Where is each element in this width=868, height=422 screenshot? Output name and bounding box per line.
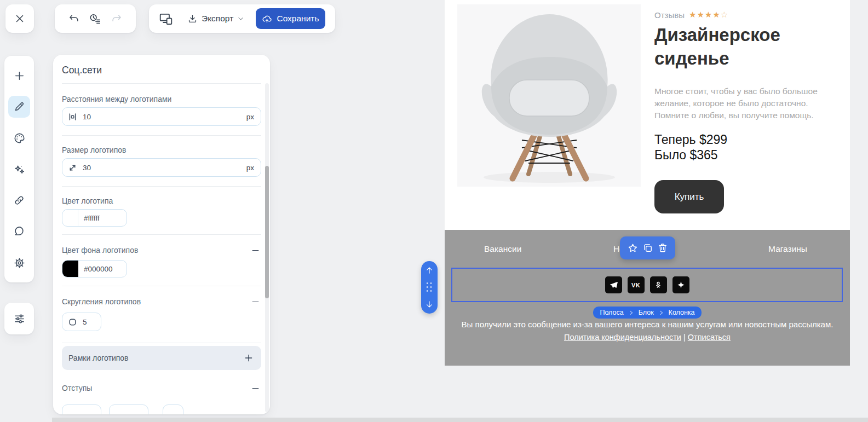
- ai-tool-button[interactable]: [8, 158, 30, 180]
- logo-color-value: #ffffff: [84, 214, 100, 222]
- frames-section-row[interactable]: Рамки логотипов: [62, 346, 261, 370]
- move-down-icon[interactable]: [425, 300, 434, 309]
- star-empty: ☆: [721, 10, 728, 19]
- pencil-icon: [13, 101, 25, 113]
- social-vk-button[interactable]: VK: [628, 276, 645, 293]
- margin-input[interactable]: [163, 404, 183, 414]
- divider: [62, 135, 261, 136]
- selected-social-block[interactable]: VK: [451, 268, 843, 302]
- frames-expand-button[interactable]: [243, 352, 255, 364]
- redo-icon: [111, 13, 123, 25]
- product-image[interactable]: [457, 4, 641, 187]
- undo-button[interactable]: [68, 13, 80, 25]
- margin-input[interactable]: [62, 404, 101, 414]
- links-tool-button[interactable]: [8, 189, 30, 211]
- export-label: Экспорт: [202, 14, 233, 24]
- social-sparkle-button[interactable]: [672, 276, 689, 293]
- social-ok-button[interactable]: [650, 276, 667, 293]
- logo-color-swatch[interactable]: [62, 210, 78, 226]
- product-title[interactable]: Дизайнерское сиденье: [654, 23, 835, 70]
- logo-color-input[interactable]: #ffffff: [62, 209, 127, 227]
- layers-settings-button[interactable]: [8, 308, 30, 329]
- size-value: 30: [83, 164, 91, 172]
- telegram-icon: [609, 280, 618, 290]
- bg-color-collapse-button[interactable]: [249, 244, 261, 256]
- sliders-icon: [13, 313, 26, 325]
- breadcrumb-stripe[interactable]: Полоса: [594, 309, 629, 316]
- buy-button[interactable]: Купить: [654, 180, 724, 213]
- favorite-block-button[interactable]: [627, 242, 639, 254]
- export-button[interactable]: Экспорт: [187, 14, 244, 24]
- links-separator: |: [683, 333, 686, 342]
- email-footer-section: Вакансии Новости Магазины VK: [445, 230, 850, 366]
- radius-collapse-button[interactable]: [249, 296, 261, 308]
- price-was[interactable]: Было $365: [654, 148, 718, 163]
- stars-filled: ★★★★: [689, 10, 721, 19]
- redo-button[interactable]: [111, 13, 123, 25]
- move-up-icon[interactable]: [425, 266, 434, 275]
- footer-links: Политика конфиденциальности | Отписаться: [445, 333, 850, 342]
- devices-icon: [159, 11, 173, 26]
- star-rating: ★★★★☆: [689, 10, 728, 20]
- privacy-policy-link[interactable]: Политика конфиденциальности: [564, 333, 681, 342]
- bg-color-swatch[interactable]: [62, 261, 78, 277]
- gear-icon: [13, 257, 26, 269]
- radius-input[interactable]: 5: [62, 313, 101, 331]
- section-drag-handle[interactable]: [421, 261, 438, 314]
- drag-dots-icon[interactable]: [427, 282, 433, 292]
- breadcrumb-column[interactable]: Колонка: [663, 309, 700, 316]
- trash-icon: [657, 242, 668, 253]
- plus-icon: [13, 70, 26, 82]
- version-history-button[interactable]: [89, 13, 101, 25]
- reviews-row: Отзывы ★★★★☆: [654, 10, 728, 20]
- star-icon: [627, 242, 639, 254]
- social-telegram-button[interactable]: [605, 276, 622, 293]
- size-input[interactable]: 30 px: [62, 158, 261, 177]
- chevron-down-icon: [237, 15, 244, 22]
- preview-devices-button[interactable]: [159, 11, 173, 26]
- buy-button-label: Купить: [675, 192, 704, 203]
- save-label: Сохранить: [277, 14, 319, 24]
- download-icon: [187, 14, 198, 24]
- panel-scrollbar-thumb[interactable]: [265, 166, 269, 298]
- close-editor-card: [5, 4, 34, 33]
- breadcrumb-block[interactable]: Блок: [633, 309, 659, 316]
- spacing-label: Расстояния между логотипами: [62, 95, 261, 103]
- email-canvas: Отзывы ★★★★☆ Дизайнерское сиденье Многое…: [445, 0, 850, 366]
- plus-icon: [244, 353, 254, 363]
- edit-tool-button[interactable]: [8, 96, 30, 118]
- odnoklassniki-icon: [654, 281, 663, 290]
- footer-nav-shops[interactable]: Магазины: [768, 244, 807, 254]
- divider: [62, 186, 261, 187]
- link-icon: [13, 194, 25, 206]
- margins-label: Отступы: [62, 384, 92, 392]
- email-product-section: Отзывы ★★★★☆ Дизайнерское сиденье Многое…: [445, 0, 850, 230]
- panel-scrollbar[interactable]: [265, 83, 269, 412]
- structure-breadcrumb: Полоса Блок Колонка: [593, 307, 701, 319]
- block-toolbar: [620, 236, 675, 259]
- footer-notice-text[interactable]: Вы получили это сообщение из-за вашего и…: [445, 320, 850, 329]
- unsubscribe-link[interactable]: Отписаться: [688, 333, 731, 342]
- canvas-bottom-edge: [52, 418, 868, 422]
- price-now[interactable]: Теперь $299: [654, 132, 727, 147]
- undo-icon: [68, 13, 80, 25]
- radius-label: Скругления логотипов: [62, 297, 141, 306]
- settings-tool-button[interactable]: [8, 252, 30, 274]
- margin-input[interactable]: [109, 404, 148, 414]
- sparkle-icon: [676, 280, 686, 290]
- close-button[interactable]: [14, 13, 26, 25]
- footer-nav-vacancies[interactable]: Вакансии: [484, 244, 521, 254]
- delete-block-button[interactable]: [657, 242, 668, 253]
- margins-collapse-button[interactable]: [249, 382, 261, 394]
- product-description[interactable]: Многое стоит, чтобы у вас было большое ж…: [654, 85, 838, 122]
- appearance-tool-button[interactable]: [8, 127, 30, 149]
- bg-color-input[interactable]: #000000: [62, 260, 127, 278]
- minus-icon: [251, 297, 260, 307]
- actions-card: Экспорт Сохранить: [149, 4, 335, 33]
- spacing-input[interactable]: 10 px: [62, 107, 261, 126]
- save-button[interactable]: Сохранить: [256, 8, 325, 29]
- duplicate-block-button[interactable]: [642, 242, 653, 253]
- comments-tool-button[interactable]: [8, 221, 30, 242]
- add-block-button[interactable]: [8, 65, 30, 86]
- spacing-icon: [68, 112, 77, 122]
